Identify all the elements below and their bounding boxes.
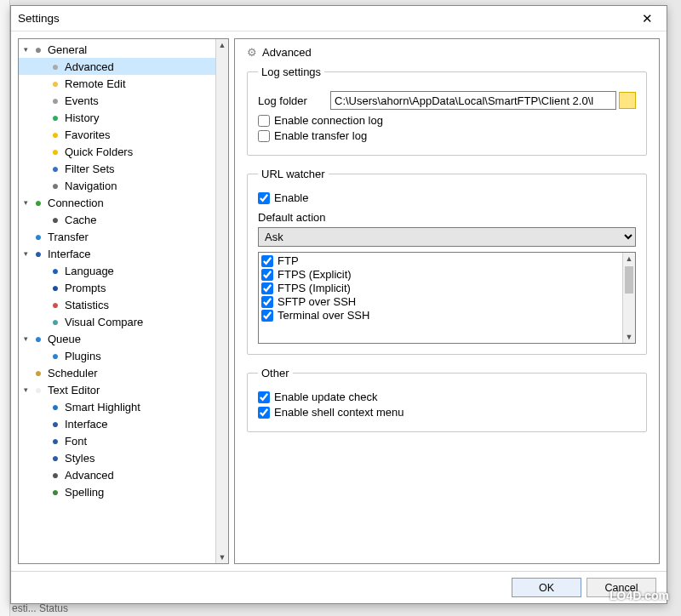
titlebar: Settings ✕ — [11, 6, 667, 31]
tree-item-font[interactable]: ●Font — [19, 432, 216, 449]
tree-item-visual-compare[interactable]: ●Visual Compare — [19, 313, 216, 330]
enable-transfer-log-label: Enable transfer log — [274, 129, 367, 142]
protocol-item[interactable]: SFTP over SSH — [261, 295, 620, 308]
tree-item-quick-folders[interactable]: ●Quick Folders — [19, 143, 216, 160]
scroll-thumb[interactable] — [625, 266, 633, 294]
protocol-checkbox[interactable] — [261, 296, 273, 308]
tree-item-cache[interactable]: ●Cache — [19, 211, 216, 228]
tree-item-advanced[interactable]: ●Advanced — [19, 58, 216, 75]
tree-item-label: Scheduler — [46, 367, 98, 379]
scroll-up-icon[interactable]: ▲ — [216, 39, 228, 51]
background-statusbar-text: esti... Status — [0, 602, 68, 614]
protocol-checkbox[interactable] — [261, 255, 273, 267]
tree-twisty[interactable]: ▾ — [20, 198, 31, 207]
tree-item-label: History — [63, 111, 99, 124]
protocol-checkbox[interactable] — [261, 310, 273, 322]
tree-item-language[interactable]: ●Language — [19, 262, 216, 279]
ok-button[interactable]: OK — [512, 578, 581, 597]
protocol-listbox[interactable]: FTPFTPS (Explicit)FTPS (Implicit)SFTP ov… — [258, 252, 636, 344]
tree-item-transfer[interactable]: ●Transfer — [19, 228, 216, 245]
tree-twisty[interactable]: ▾ — [20, 249, 31, 258]
tree-item-styles[interactable]: ●Styles — [19, 449, 216, 466]
tree-twisty[interactable]: ▾ — [20, 385, 31, 394]
tree-scrollbar[interactable]: ▲ ▼ — [215, 39, 228, 563]
tree-item-smart-highlight[interactable]: ●Smart Highlight — [19, 398, 216, 415]
tree-item-general[interactable]: ▾●General — [19, 41, 216, 58]
connection-icon: ● — [31, 197, 46, 208]
statistics-icon: ● — [48, 299, 63, 311]
enable-connection-log-checkbox[interactable] — [258, 115, 270, 127]
tree-item-label: Visual Compare — [63, 316, 143, 328]
tree-item-label: Smart Highlight — [63, 401, 140, 414]
cancel-button[interactable]: Cancel — [587, 578, 656, 597]
protocol-item[interactable]: FTPS (Implicit) — [261, 282, 620, 294]
tree-item-advanced[interactable]: ●Advanced — [19, 466, 216, 483]
tree-item-spelling[interactable]: ●Spelling — [19, 483, 216, 500]
enable-shell-context-menu-checkbox[interactable] — [258, 407, 270, 419]
tree-item-connection[interactable]: ▾●Connection — [19, 194, 216, 211]
tree-item-events[interactable]: ●Events — [19, 92, 216, 109]
log-folder-input[interactable] — [330, 91, 616, 110]
tree-item-label: Text Editor — [46, 384, 100, 396]
default-action-select[interactable]: Ask — [258, 227, 636, 247]
tree-item-label: Navigation — [63, 180, 117, 192]
other-group: Other Enable update check Enable shell c… — [247, 367, 647, 432]
protocol-label: SFTP over SSH — [278, 295, 356, 308]
interface-icon: ● — [31, 248, 46, 260]
pencil-icon: ● — [48, 77, 63, 89]
cache-icon: ● — [48, 214, 63, 225]
advanced-sub-icon: ● — [48, 469, 63, 481]
tree-twisty[interactable]: ▾ — [20, 334, 31, 343]
tree-item-remote-edit[interactable]: ●Remote Edit — [19, 75, 216, 92]
protocol-checkbox[interactable] — [261, 282, 273, 294]
browse-folder-icon[interactable] — [619, 92, 636, 109]
tree-item-filter-sets[interactable]: ●Filter Sets — [19, 160, 216, 177]
tree-twisty[interactable]: ▾ — [20, 45, 31, 54]
protocol-item[interactable]: FTP — [261, 254, 620, 267]
tree-item-label: Quick Folders — [63, 145, 133, 158]
scroll-down-icon[interactable]: ▼ — [623, 331, 635, 343]
dialog-footer: OK Cancel — [11, 571, 667, 603]
tree-item-history[interactable]: ●History — [19, 109, 216, 126]
scroll-down-icon[interactable]: ▼ — [216, 551, 228, 563]
default-action-label: Default action — [258, 211, 636, 224]
tree-item-navigation[interactable]: ●Navigation — [19, 177, 216, 194]
enable-update-check-checkbox[interactable] — [258, 391, 270, 403]
enable-transfer-log-checkbox[interactable] — [258, 130, 270, 142]
tree-item-favorites[interactable]: ●Favorites — [19, 126, 216, 143]
tree-item-prompts[interactable]: ●Prompts — [19, 279, 216, 296]
listbox-scrollbar[interactable]: ▲ ▼ — [622, 253, 635, 343]
url-watcher-group: URL watcher Enable Default action Ask FT… — [247, 168, 647, 355]
log-settings-group: Log settings Log folder Enable connectio… — [247, 66, 647, 156]
tree-item-plugins[interactable]: ●Plugins — [19, 347, 216, 364]
tree-item-text-editor[interactable]: ▾●Text Editor — [19, 381, 216, 398]
page-heading-text: Advanced — [262, 46, 312, 59]
plugins-icon: ● — [48, 350, 63, 362]
gear-icon: ● — [31, 43, 46, 55]
tree-item-interface[interactable]: ▾●Interface — [19, 245, 216, 262]
settings-tree[interactable]: ▾●General●Advanced●Remote Edit●Events●Hi… — [19, 39, 216, 563]
protocol-item[interactable]: FTPS (Explicit) — [261, 268, 620, 281]
url-watcher-enable-checkbox[interactable] — [258, 192, 270, 204]
scroll-up-icon[interactable]: ▲ — [623, 253, 635, 265]
enable-shell-context-menu-label: Enable shell context menu — [274, 406, 403, 419]
history-icon: ● — [48, 111, 63, 123]
tree-item-interface[interactable]: ●Interface — [19, 415, 216, 432]
tree-item-label: Interface — [63, 418, 108, 431]
close-icon[interactable]: ✕ — [634, 11, 660, 26]
gear-small-icon: ● — [48, 60, 63, 72]
window-title: Settings — [18, 12, 634, 25]
tree-item-label: Remote Edit — [63, 77, 126, 90]
tree-item-scheduler[interactable]: ●Scheduler — [19, 364, 216, 381]
tree-item-statistics[interactable]: ●Statistics — [19, 296, 216, 313]
protocol-checkbox[interactable] — [261, 269, 273, 281]
window-body: ▾●General●Advanced●Remote Edit●Events●Hi… — [11, 31, 667, 571]
tree-item-label: Spelling — [63, 486, 104, 499]
protocol-item[interactable]: Terminal over SSH — [261, 309, 620, 322]
protocol-label: FTPS (Explicit) — [278, 268, 352, 281]
tree-item-label: Interface — [46, 248, 91, 260]
url-watcher-legend: URL watcher — [258, 168, 329, 180]
tree-item-label: Queue — [46, 333, 81, 345]
tree-item-queue[interactable]: ▾●Queue — [19, 330, 216, 347]
queue-icon: ● — [31, 333, 46, 345]
